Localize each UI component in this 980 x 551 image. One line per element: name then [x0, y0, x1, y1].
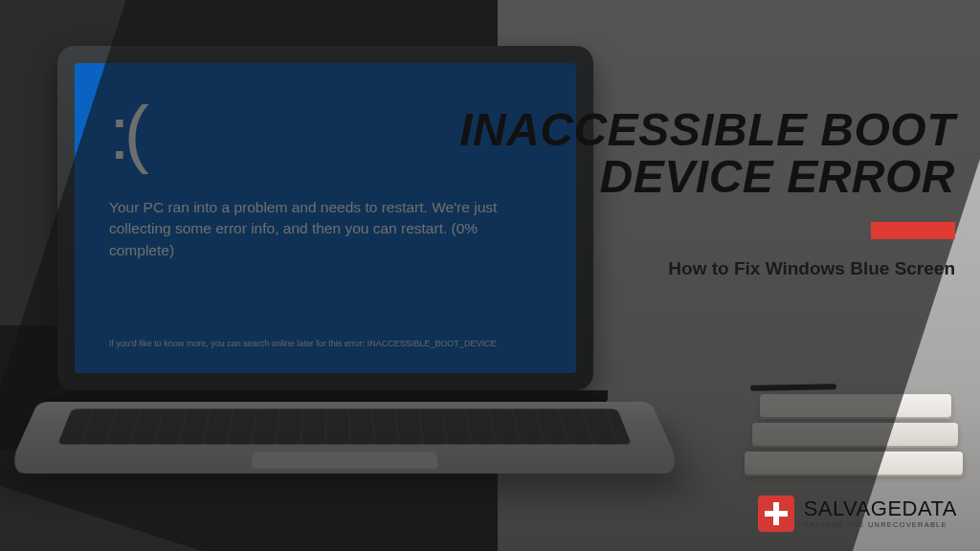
- accent-bar: [871, 222, 955, 239]
- headline-block: INACCESSIBLE BOOT DEVICE ERROR How to Fi…: [459, 107, 955, 279]
- headline-line2: DEVICE ERROR: [600, 151, 955, 202]
- logo-tagline: SALVAGE THE UNRECOVERABLE: [804, 521, 957, 529]
- brand-logo: SALVAGEDATA SALVAGE THE UNRECOVERABLE: [758, 496, 957, 532]
- plus-icon: [758, 496, 794, 532]
- banner-stage: :( Your PC ran into a problem and needs …: [0, 0, 980, 551]
- logo-text: SALVAGEDATA SALVAGE THE UNRECOVERABLE: [804, 498, 957, 529]
- headline-title: INACCESSIBLE BOOT DEVICE ERROR: [459, 107, 955, 201]
- logo-word-bold: SALVAGE: [804, 496, 902, 520]
- logo-word-thin: DATA: [902, 496, 957, 520]
- headline-line1: INACCESSIBLE BOOT: [459, 104, 955, 155]
- headline-subtitle: How to Fix Windows Blue Screen: [459, 258, 955, 279]
